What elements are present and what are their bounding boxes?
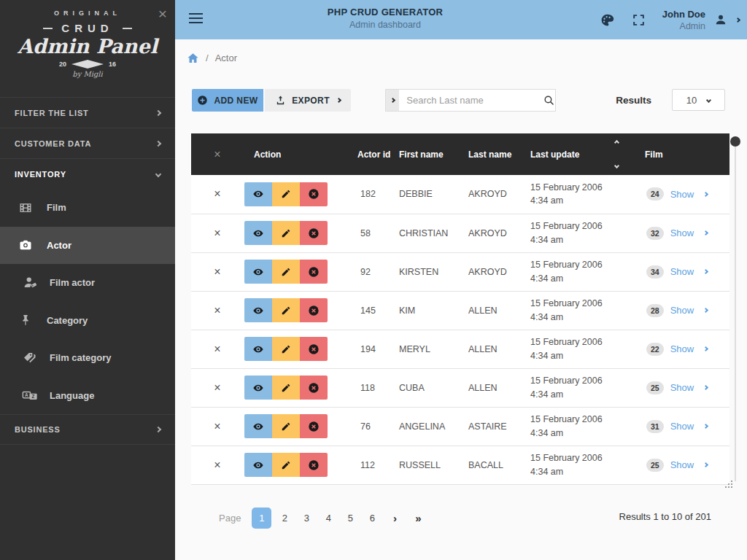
row-remove-icon[interactable]: × — [214, 304, 220, 316]
view-button[interactable] — [244, 298, 272, 322]
edit-button[interactable] — [272, 182, 300, 206]
row-remove-icon[interactable]: × — [214, 187, 220, 200]
last-page-icon[interactable]: » — [406, 512, 430, 524]
page-button-6[interactable]: 6 — [361, 513, 383, 524]
chevron-right-icon[interactable] — [703, 462, 708, 467]
delete-button[interactable] — [300, 337, 328, 361]
edit-button[interactable] — [272, 337, 300, 361]
page-button-2[interactable]: 2 — [274, 513, 295, 524]
sidebar-section-filter-the-list[interactable]: FILTER THE LIST — [0, 97, 175, 128]
show-films-link[interactable]: Show — [670, 459, 694, 470]
home-icon[interactable] — [187, 52, 199, 64]
film-count-badge: 25 — [646, 459, 664, 472]
scrollbar-track[interactable] — [735, 142, 736, 481]
edit-button[interactable] — [272, 221, 300, 245]
sidebar-item-actor[interactable]: Actor — [0, 227, 175, 265]
edit-button[interactable] — [272, 298, 300, 322]
row-remove-icon[interactable]: × — [214, 381, 220, 394]
search-icon — [543, 94, 555, 106]
user-menu[interactable]: John Doe Admin — [662, 9, 740, 31]
edit-button[interactable] — [272, 453, 300, 477]
view-button[interactable] — [244, 260, 272, 284]
view-button[interactable] — [244, 376, 272, 400]
delete-button[interactable] — [300, 182, 328, 206]
sidebar-section-business[interactable]: BUSINESS — [0, 414, 175, 445]
show-films-link[interactable]: Show — [670, 305, 694, 316]
view-button[interactable] — [244, 453, 272, 477]
delete-button[interactable] — [300, 414, 328, 438]
page-button-3[interactable]: 3 — [295, 513, 317, 524]
sidebar-item-category[interactable]: Category — [0, 302, 175, 340]
chevron-right-icon[interactable] — [703, 308, 708, 313]
table-row: × 145 KIM ALLEN 15 February 20064:34 am … — [191, 291, 729, 330]
chevron-right-icon[interactable] — [703, 424, 708, 429]
page-button-4[interactable]: 4 — [317, 513, 339, 524]
sidebar-item-label: Category — [47, 315, 88, 326]
view-button[interactable] — [244, 414, 272, 438]
sidebar-item-film[interactable]: Film — [0, 189, 175, 227]
hamburger-menu-icon[interactable] — [189, 13, 203, 26]
show-films-link[interactable]: Show — [670, 228, 694, 238]
section-label: BUSINESS — [15, 425, 61, 434]
view-button[interactable] — [244, 337, 272, 361]
film-count-badge: 25 — [646, 381, 664, 394]
chevron-right-icon[interactable] — [703, 385, 708, 390]
delete-button[interactable] — [300, 298, 328, 322]
column-header-film: Film — [627, 133, 729, 175]
theme-palette-icon[interactable] — [600, 12, 616, 28]
next-page-icon[interactable]: › — [383, 512, 406, 524]
sort-ascending-icon[interactable] — [614, 140, 619, 145]
delete-button[interactable] — [300, 221, 328, 245]
sidebar-item-film-category[interactable]: Film category — [0, 339, 175, 377]
dash-decoration — [43, 28, 53, 29]
show-films-link[interactable]: Show — [670, 266, 694, 277]
sidebar-item-language[interactable]: AZ Language — [0, 377, 175, 415]
row-remove-icon[interactable]: × — [214, 459, 220, 471]
delete-button[interactable] — [300, 376, 328, 400]
table-resize-grip[interactable] — [725, 481, 734, 489]
sidebar-item-film-actor[interactable]: Film actor — [0, 264, 175, 302]
sidebar-item-label: Actor — [47, 240, 71, 251]
add-new-button[interactable]: ADD NEW — [192, 89, 263, 112]
table-row: × 118 CUBA ALLEN 15 February 20064:34 am… — [191, 368, 729, 407]
results-per-page-select[interactable]: 10 — [672, 89, 725, 111]
row-remove-icon[interactable]: × — [214, 420, 220, 432]
show-films-link[interactable]: Show — [670, 382, 694, 393]
clear-column-icon[interactable]: × — [191, 133, 242, 175]
chevron-right-icon[interactable] — [703, 346, 708, 351]
fullscreen-icon[interactable] — [631, 12, 647, 28]
search-input[interactable] — [399, 90, 542, 111]
show-films-link[interactable]: Show — [670, 421, 694, 432]
chevron-right-icon[interactable] — [703, 230, 708, 236]
svg-text:A: A — [25, 392, 28, 397]
search-button[interactable] — [542, 90, 555, 111]
show-films-link[interactable]: Show — [670, 189, 694, 200]
row-remove-icon[interactable]: × — [214, 343, 220, 355]
close-icon[interactable]: × — [158, 6, 167, 21]
view-button[interactable] — [244, 182, 272, 206]
export-button[interactable]: EXPORT — [265, 89, 351, 112]
page-button-1[interactable]: 1 — [252, 508, 271, 529]
sidebar-section-inventory[interactable]: INVENTORY — [0, 158, 175, 189]
edit-button[interactable] — [272, 260, 300, 284]
edit-button[interactable] — [272, 414, 300, 438]
delete-button[interactable] — [300, 260, 328, 284]
row-remove-icon[interactable]: × — [214, 227, 220, 239]
search-collapse-button[interactable] — [386, 90, 399, 111]
pagination: Page 1 2 3 4 5 6 › » — [219, 508, 430, 529]
delete-button[interactable] — [300, 453, 328, 477]
edit-button[interactable] — [272, 376, 300, 400]
actor-table: × Action Actor id First name Last name L… — [191, 133, 729, 485]
sort-descending-icon[interactable] — [614, 163, 619, 168]
chevron-right-icon[interactable] — [703, 192, 708, 197]
sidebar-item-label: Film — [47, 202, 66, 213]
view-button[interactable] — [244, 221, 272, 245]
user-name: John Doe — [662, 9, 705, 20]
sidebar-section-customer-data[interactable]: CUSTOMER DATA — [0, 128, 175, 158]
scrollbar-handle[interactable] — [730, 136, 740, 147]
show-films-link[interactable]: Show — [670, 343, 694, 354]
row-remove-icon[interactable]: × — [214, 265, 220, 278]
page-button-5[interactable]: 5 — [339, 513, 361, 524]
svg-text:Z: Z — [32, 394, 35, 400]
chevron-right-icon[interactable] — [703, 269, 708, 274]
